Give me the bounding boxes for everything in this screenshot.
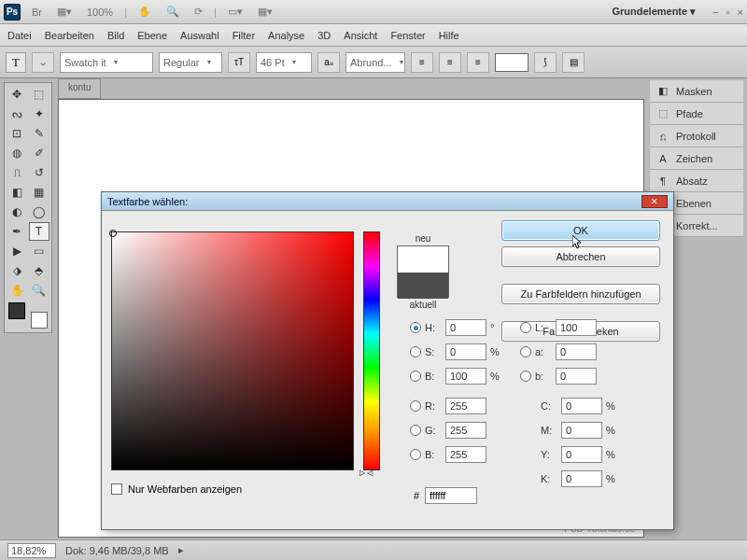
- pen-tool[interactable]: ✒: [7, 222, 27, 241]
- hue-slider[interactable]: [363, 231, 380, 470]
- lab-fields: L: a: b:: [520, 315, 597, 388]
- align-center-icon[interactable]: ≡: [439, 52, 461, 73]
- l-input[interactable]: [556, 319, 597, 336]
- k-input[interactable]: [561, 470, 602, 487]
- menu-filter[interactable]: Filter: [233, 30, 255, 41]
- dialog-titlebar[interactable]: Textfarbe wählen: ✕: [102, 192, 673, 211]
- c-input[interactable]: [561, 398, 602, 414]
- m-input[interactable]: [561, 422, 602, 439]
- h-input[interactable]: [445, 319, 486, 336]
- blur-tool[interactable]: ◐: [7, 203, 27, 221]
- r-radio[interactable]: [410, 400, 421, 412]
- a-radio[interactable]: [520, 346, 531, 357]
- path-select-tool[interactable]: ▶: [7, 242, 27, 260]
- 3d-camera-tool[interactable]: ⬘: [29, 261, 49, 280]
- screen-mode-icon[interactable]: ▭▾: [224, 4, 247, 20]
- cancel-button[interactable]: Abbrechen: [501, 246, 660, 267]
- dialog-close-button[interactable]: ✕: [641, 195, 668, 208]
- rotate-icon[interactable]: ⟳: [190, 4, 206, 20]
- a-input[interactable]: [556, 343, 597, 360]
- saturation-value-picker[interactable]: [111, 231, 354, 470]
- wand-tool[interactable]: ✦: [29, 105, 49, 123]
- menu-3d[interactable]: 3D: [317, 30, 331, 41]
- s-radio[interactable]: [410, 346, 421, 357]
- gradient-tool[interactable]: ▦: [29, 183, 49, 202]
- panel-masken[interactable]: ◧Masken: [650, 80, 743, 103]
- g-radio[interactable]: [410, 425, 421, 436]
- status-arrow-icon[interactable]: ▸: [178, 544, 184, 556]
- history-brush-tool[interactable]: ↺: [29, 163, 49, 182]
- s-input[interactable]: [445, 343, 486, 360]
- workspace-switcher[interactable]: Grundelemente ▾: [612, 6, 696, 18]
- minimize-button[interactable]: −: [712, 7, 718, 18]
- warp-text-icon[interactable]: ⟆: [534, 52, 557, 73]
- add-swatch-button[interactable]: Zu Farbfeldern hinzufügen: [501, 284, 660, 304]
- lab-b-input[interactable]: [556, 368, 597, 385]
- panel-absatz[interactable]: ¶Absatz: [650, 170, 743, 192]
- y-input[interactable]: [561, 446, 602, 463]
- text-color-swatch[interactable]: [495, 53, 529, 72]
- workspace: ✥ ⬚ ᔓ ✦ ⊡ ✎ ◍ ✐ ⎍ ↺ ◧ ▦ ◐ ◯ ✒ T ▶ ▭ ⬗ ⬘ …: [0, 78, 747, 560]
- type-presets-icon[interactable]: ⌵: [32, 52, 54, 73]
- rgb-b-radio[interactable]: [410, 449, 421, 460]
- r-input[interactable]: [445, 398, 486, 414]
- panel-pfade[interactable]: ⬚Pfade: [650, 103, 743, 125]
- menu-analyse[interactable]: Analyse: [268, 30, 304, 41]
- antialias-dropdown[interactable]: Abrund...: [345, 52, 405, 73]
- menu-bild[interactable]: Bild: [107, 30, 124, 41]
- document-tab[interactable]: kontu: [58, 78, 101, 99]
- menu-ebene[interactable]: Ebene: [137, 30, 167, 41]
- shape-tool[interactable]: ▭: [29, 242, 49, 260]
- lasso-tool[interactable]: ᔓ: [7, 105, 27, 123]
- crop-tool[interactable]: ⊡: [7, 124, 27, 143]
- history-icon: ⎌: [655, 129, 670, 144]
- zoom-icon[interactable]: 🔍: [162, 4, 183, 20]
- align-right-icon[interactable]: ≡: [467, 52, 489, 73]
- arrange-icon[interactable]: ▦▾: [53, 4, 76, 20]
- eraser-tool[interactable]: ◧: [7, 183, 27, 202]
- eyedropper-tool[interactable]: ✎: [29, 124, 49, 143]
- panel-protokoll[interactable]: ⎌Protokoll: [650, 125, 743, 147]
- stamp-tool[interactable]: ⎍: [7, 163, 27, 182]
- h-radio[interactable]: [410, 322, 421, 333]
- font-style-dropdown[interactable]: Regular: [159, 52, 222, 73]
- rgb-b-input[interactable]: [445, 446, 486, 463]
- brush-tool[interactable]: ✐: [29, 144, 49, 162]
- b-input[interactable]: [445, 368, 486, 385]
- panel-zeichen[interactable]: AZeichen: [650, 147, 743, 170]
- menu-datei[interactable]: Datei: [7, 30, 32, 41]
- marquee-tool[interactable]: ⬚: [29, 85, 49, 104]
- font-size-dropdown[interactable]: 46 Pt: [256, 52, 312, 73]
- align-left-icon[interactable]: ≡: [411, 52, 433, 73]
- 3d-tool[interactable]: ⬗: [7, 261, 27, 280]
- hand-tool[interactable]: ✋: [7, 281, 27, 300]
- zoom-field[interactable]: 18,82%: [7, 543, 56, 558]
- hex-input[interactable]: [425, 487, 477, 504]
- ok-button[interactable]: OK: [501, 220, 660, 241]
- l-radio[interactable]: [520, 322, 531, 333]
- menu-hilfe[interactable]: Hilfe: [439, 30, 459, 41]
- font-family-dropdown[interactable]: Swatch it: [60, 52, 153, 73]
- type-tool[interactable]: T: [29, 222, 49, 241]
- close-button[interactable]: ×: [738, 7, 743, 18]
- menu-ansicht[interactable]: Ansicht: [344, 30, 377, 41]
- menu-auswahl[interactable]: Auswahl: [180, 30, 219, 41]
- color-swatches[interactable]: [7, 301, 49, 330]
- extras-icon[interactable]: ▦▾: [254, 4, 276, 20]
- menu-bearbeiten[interactable]: Bearbeiten: [45, 30, 94, 41]
- dodge-tool[interactable]: ◯: [29, 203, 49, 221]
- move-tool[interactable]: ✥: [7, 85, 27, 104]
- current-color-swatch[interactable]: [398, 273, 448, 299]
- character-panel-icon[interactable]: ▤: [562, 52, 585, 73]
- healing-tool[interactable]: ◍: [7, 144, 27, 162]
- maximize-button[interactable]: ▫: [726, 7, 730, 18]
- zoom-tool[interactable]: 🔍: [29, 281, 49, 300]
- hand-icon[interactable]: ✋: [134, 4, 155, 20]
- b-radio[interactable]: [410, 371, 421, 382]
- lab-b-radio[interactable]: [520, 371, 531, 382]
- zoom-level[interactable]: 100%: [83, 5, 117, 20]
- web-colors-checkbox[interactable]: [111, 483, 122, 495]
- menu-fenster[interactable]: Fenster: [390, 30, 425, 41]
- g-input[interactable]: [445, 422, 486, 439]
- bridge-icon[interactable]: Br: [28, 5, 46, 20]
